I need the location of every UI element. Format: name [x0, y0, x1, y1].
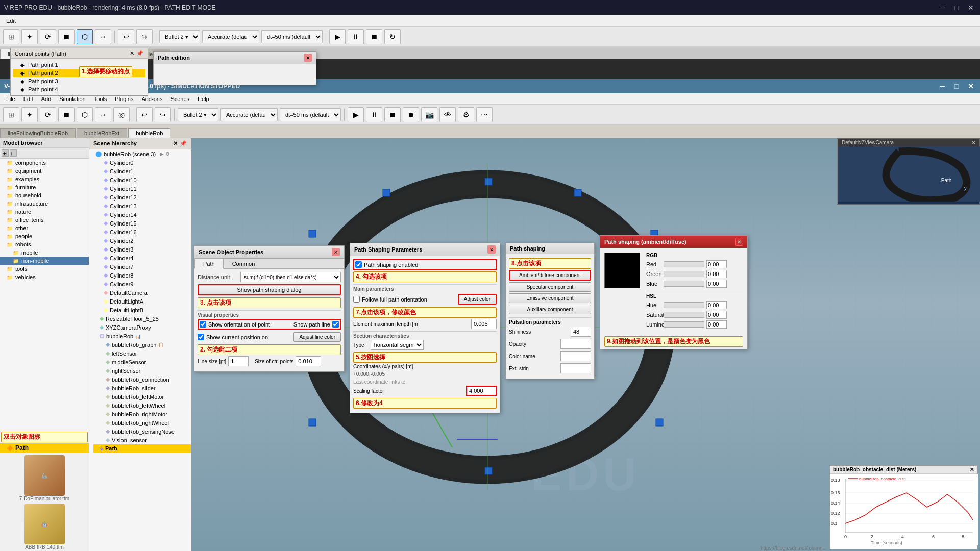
scene-obj-close[interactable]: ✕	[332, 248, 340, 256]
accurate2-dropdown[interactable]: Accurate (defau	[220, 108, 278, 121]
tb-undo[interactable]: ↩	[118, 29, 134, 44]
menu2-help[interactable]: Help	[193, 95, 213, 103]
mb-components[interactable]: 📁components	[0, 159, 89, 167]
scene-obj-title-bar[interactable]: Scene Object Properties ✕	[194, 246, 344, 259]
sh-cylinder10[interactable]: ◆ Cylinder10	[97, 176, 191, 184]
cam-btn[interactable]: 📷	[421, 107, 437, 122]
tb-btn-1[interactable]: ⊞	[3, 29, 19, 44]
saturation-slider[interactable]	[664, 312, 704, 318]
show-orientation-cb[interactable]	[200, 321, 206, 328]
more-btn[interactable]: ⋯	[476, 107, 493, 122]
tb2-btn1[interactable]: ⊞	[3, 107, 19, 122]
graph-close[interactable]: ✕	[970, 467, 974, 472]
hue-input[interactable]	[706, 301, 727, 309]
sh-cylinder3[interactable]: ◆ Cylinder3	[97, 245, 191, 254]
pause2-btn[interactable]: ⏸	[366, 107, 382, 122]
mb-office-items[interactable]: 📁office items	[0, 216, 89, 224]
sh-vision[interactable]: ◆ Vision_sensor	[100, 436, 191, 444]
sh-rightwheel[interactable]: ◆ bubbleRob_rightWheel	[100, 418, 191, 427]
sh-cylinder1[interactable]: ◆ Cylinder1	[97, 167, 191, 176]
menu2-scenes[interactable]: Scenes	[166, 95, 193, 103]
rec-btn[interactable]: ⏺	[403, 107, 419, 122]
maximize-btn[interactable]: □	[951, 3, 962, 13]
ctrl-pts-pin-btn[interactable]: 📌	[136, 50, 143, 57]
sh-cylinder9[interactable]: ◆ Cylinder9	[97, 280, 191, 288]
tb-btn-4[interactable]: ⏹	[58, 29, 75, 44]
eye-btn[interactable]: 👁	[439, 107, 456, 122]
tab2-bubbleRobExt[interactable]: bubbleRobExt	[77, 128, 127, 138]
mb-path-item[interactable]: 🔶Path	[0, 443, 89, 453]
blue-input[interactable]	[706, 280, 727, 288]
tb2-btn7[interactable]: ◎	[113, 107, 130, 122]
mb-infrastructure[interactable]: 📁infrastructure	[0, 199, 89, 208]
tab2-bubbleRob[interactable]: bubbleRob	[128, 128, 170, 138]
mb-icon-1[interactable]: ⊞	[2, 149, 9, 157]
sh-rightmotor[interactable]: ◆ bubbleRob_rightMotor	[100, 410, 191, 418]
sh-root[interactable]: ⬤ bubbleRob (scene 3) ▶ ⚙	[89, 149, 191, 158]
mb-household[interactable]: 📁household	[0, 191, 89, 199]
sh-cylinder14[interactable]: ◆ Cylinder14	[97, 210, 191, 219]
step-btn[interactable]: ↻	[384, 29, 401, 44]
mini-cam-close[interactable]: ✕	[971, 140, 975, 145]
tb-btn-3[interactable]: ⟳	[40, 29, 56, 44]
sh-cylinder15[interactable]: ◆ Cylinder15	[97, 219, 191, 228]
bullet2-dropdown[interactable]: Bullet 2 ▾	[178, 108, 218, 121]
sh-resizablefloor[interactable]: ◆ ResizableFloor_5_25	[93, 314, 191, 323]
tb2-undo[interactable]: ↩	[136, 107, 153, 122]
path-edition-close[interactable]: ✕	[304, 54, 312, 62]
sh-cylinder13[interactable]: ◆ Cylinder13	[97, 202, 191, 210]
sh-cylinder0[interactable]: ◆ Cylinder0	[97, 158, 191, 167]
hue-slider[interactable]	[664, 302, 704, 308]
sh-defaultlightb[interactable]: ◆ DefaultLightB	[97, 306, 191, 314]
sh-leftmotor[interactable]: ◆ bubbleRob_leftMotor	[100, 392, 191, 401]
tb2-btn6[interactable]: ↔	[95, 107, 111, 122]
mb-non-mobile[interactable]: 📁non-mobile	[0, 257, 89, 265]
tab2-lineFollowing[interactable]: lineFollowingBubbleRob	[0, 128, 76, 138]
adjust-line-color-btn[interactable]: Adjust line color	[293, 332, 341, 342]
sim-close[interactable]: ✕	[966, 81, 976, 91]
dt2-dropdown[interactable]: dt=50 ms (default	[280, 108, 341, 121]
mb-equipment[interactable]: 📁equipment	[0, 167, 89, 175]
elem-max-input[interactable]	[471, 319, 497, 329]
sh-slider[interactable]: ◆ bubbleRob_slider	[100, 384, 191, 392]
pa-close[interactable]: ✕	[735, 238, 743, 246]
sh-cylinder2[interactable]: ◆ Cylinder2	[97, 236, 191, 245]
green-input[interactable]	[706, 270, 727, 278]
stop-btn[interactable]: ⏹	[366, 29, 382, 44]
opacity-input[interactable]	[560, 339, 591, 349]
follow-path-cb[interactable]	[353, 296, 360, 303]
red-slider[interactable]	[664, 261, 704, 267]
red-input[interactable]	[706, 260, 727, 268]
green-slider[interactable]	[664, 271, 704, 277]
tb2-redo[interactable]: ↪	[155, 107, 171, 122]
tb2-btn4[interactable]: ⏹	[58, 107, 75, 122]
bullet-dropdown[interactable]: Bullet 2 ▾	[159, 30, 200, 43]
dt-dropdown[interactable]: dt=50 ms (default	[261, 30, 323, 43]
tb-btn-2[interactable]: ✦	[21, 29, 38, 44]
sh-cylinder7[interactable]: ◆ Cylinder7	[97, 262, 191, 271]
adjust-color-btn[interactable]: Adjust color	[458, 294, 497, 305]
sh-path[interactable]: ⬦ Path	[93, 444, 191, 453]
mb-robots[interactable]: 📁robots	[0, 240, 89, 248]
sh-sensingnose[interactable]: ◆ bubbleRob_sensingNose	[100, 427, 191, 436]
mb-vehicles[interactable]: 📁vehicles	[0, 273, 89, 281]
sh-graph[interactable]: ◆ bubbleRob_graph 📋	[100, 340, 191, 349]
sh-cylinder11[interactable]: ◆ Cylinder11	[97, 184, 191, 193]
mb-people[interactable]: 📁people	[0, 232, 89, 240]
sh-cylinder16[interactable]: ◆ Cylinder16	[97, 228, 191, 236]
color-name-input[interactable]	[560, 351, 591, 361]
line-size-input[interactable]	[228, 356, 249, 366]
sh-bubblerob[interactable]: ⊞ bubbleRob 📊	[93, 332, 191, 340]
psp-enabled-cb[interactable]	[355, 261, 362, 268]
emissive-btn[interactable]: Emissive component	[509, 293, 591, 303]
sh-xyzproxy[interactable]: ◆ XYZCameraProxy	[93, 323, 191, 332]
minimize-btn[interactable]: ─	[937, 3, 947, 13]
scaling-input[interactable]	[466, 386, 497, 396]
play2-btn[interactable]: ▶	[348, 107, 364, 122]
mb-mobile[interactable]: 📁mobile	[0, 248, 89, 257]
pa-title-bar[interactable]: Path shaping (ambient/diffuse) ✕	[600, 236, 747, 248]
psp-close[interactable]: ✕	[487, 245, 496, 254]
sh-defaultlighta[interactable]: ◆ DefaultLightA	[97, 297, 191, 306]
sim-maximize[interactable]: □	[951, 81, 962, 91]
mb-other[interactable]: 📁other	[0, 224, 89, 232]
